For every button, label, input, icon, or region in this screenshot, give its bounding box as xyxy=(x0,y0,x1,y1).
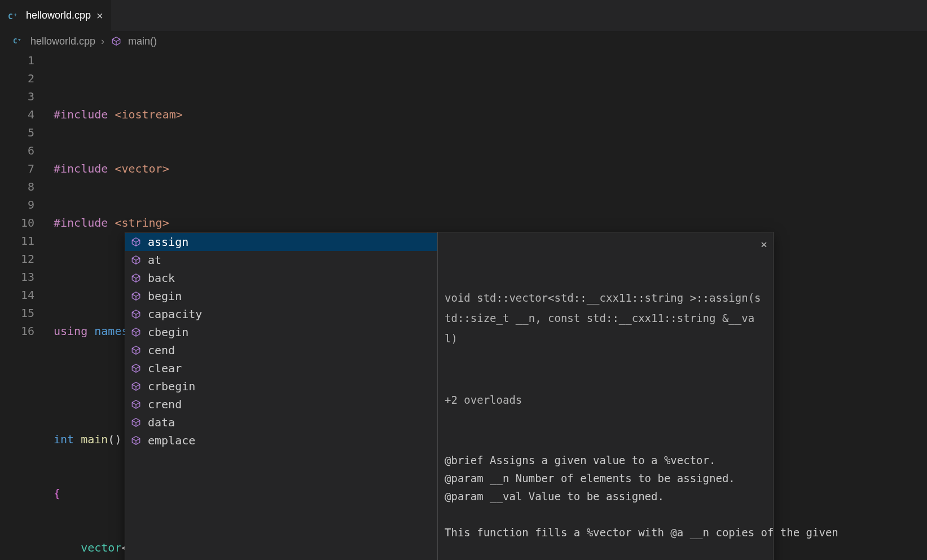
suggestion-label: assign xyxy=(148,233,188,251)
detail-signature: void std::vector<std::__cxx11::string >:… xyxy=(445,288,764,349)
suggestion-label: data xyxy=(148,413,175,431)
line-number: 8 xyxy=(0,178,34,196)
method-icon xyxy=(130,434,142,447)
suggestion-label: clear xyxy=(148,359,182,377)
suggestion-item-crbegin[interactable]: crbegin xyxy=(125,377,437,395)
detail-overloads: +2 overloads xyxy=(445,391,764,408)
suggestion-label: at xyxy=(148,251,161,269)
suggestion-label: cbegin xyxy=(148,323,188,341)
chevron-right-icon: › xyxy=(101,36,104,47)
method-icon xyxy=(130,236,142,248)
doc-line: @param __val Value to be assigned. xyxy=(445,487,764,505)
line-number: 16 xyxy=(0,322,34,340)
line-number: 13 xyxy=(0,268,34,286)
doc-line: @param __n Number of elements to be assi… xyxy=(445,469,764,487)
line-number: 11 xyxy=(0,232,34,250)
line-number: 1 xyxy=(0,51,34,69)
suggestion-item-clear[interactable]: clear xyxy=(125,359,437,377)
cpp-file-icon: C⁺ xyxy=(12,35,25,47)
cpp-file-icon: C⁺ xyxy=(8,10,20,22)
suggestion-item-cbegin[interactable]: cbegin xyxy=(125,323,437,341)
method-icon xyxy=(130,416,142,429)
line-number: 5 xyxy=(0,124,34,142)
suggestion-label: crbegin xyxy=(148,377,195,395)
suggestion-label: emplace xyxy=(148,431,195,449)
suggestion-item-emplace[interactable]: emplace xyxy=(125,431,437,449)
method-icon xyxy=(130,380,142,393)
method-icon xyxy=(130,290,142,302)
line-gutter: 12345678910111213141516 xyxy=(0,51,54,560)
editor[interactable]: 12345678910111213141516 #include <iostre… xyxy=(0,51,927,560)
close-icon[interactable]: × xyxy=(761,236,767,253)
suggestion-item-capacity[interactable]: capacity xyxy=(125,305,437,323)
method-icon xyxy=(130,326,142,338)
suggestion-item-cend[interactable]: cend xyxy=(125,341,437,359)
close-icon[interactable]: × xyxy=(96,10,103,21)
suggestion-label: begin xyxy=(148,287,182,305)
line-number: 6 xyxy=(0,142,34,160)
code-area[interactable]: #include <iostream> #include <vector> #i… xyxy=(54,51,927,560)
tab-bar: C⁺ helloworld.cpp × xyxy=(0,0,927,31)
suggestion-detail: × void std::vector<std::__cxx11::string … xyxy=(437,232,773,560)
suggestion-item-crend[interactable]: crend xyxy=(125,395,437,413)
method-icon xyxy=(130,254,142,266)
breadcrumb-file[interactable]: helloworld.cpp xyxy=(30,36,95,47)
line-number: 10 xyxy=(0,214,34,232)
method-icon xyxy=(130,344,142,356)
method-icon xyxy=(130,398,142,411)
method-icon xyxy=(110,35,122,47)
detail-doc: @brief Assigns a given value to a %vecto… xyxy=(445,451,764,541)
method-icon xyxy=(130,272,142,284)
line-number: 15 xyxy=(0,304,34,322)
breadcrumb: C⁺ helloworld.cpp › main() xyxy=(0,31,927,51)
suggestion-item-assign[interactable]: assign xyxy=(125,233,437,251)
doc-line xyxy=(445,505,764,523)
suggestion-item-data[interactable]: data xyxy=(125,413,437,431)
tab-helloworld[interactable]: C⁺ helloworld.cpp × xyxy=(0,0,112,31)
method-icon xyxy=(130,308,142,320)
tab-label: helloworld.cpp xyxy=(26,10,91,21)
suggestion-item-begin[interactable]: begin xyxy=(125,287,437,305)
svg-text:C⁺: C⁺ xyxy=(8,11,18,20)
svg-text:C⁺: C⁺ xyxy=(13,37,21,45)
line-number: 14 xyxy=(0,286,34,304)
breadcrumb-symbol[interactable]: main() xyxy=(128,36,157,47)
line-number: 2 xyxy=(0,69,34,87)
suggestion-label: crend xyxy=(148,395,182,413)
suggestion-item-back[interactable]: back xyxy=(125,269,437,287)
line-number: 9 xyxy=(0,196,34,214)
doc-line: @brief Assigns a given value to a %vecto… xyxy=(445,451,764,469)
line-number: 4 xyxy=(0,105,34,124)
intellisense-popup: assignatbackbegincapacitycbegincendclear… xyxy=(125,232,774,560)
suggestion-label: cend xyxy=(148,341,175,359)
doc-line: This function fills a %vector with @a __… xyxy=(445,523,764,541)
line-number: 7 xyxy=(0,160,34,178)
line-number: 12 xyxy=(0,250,34,268)
line-number: 3 xyxy=(0,87,34,105)
method-icon xyxy=(130,362,142,374)
suggestion-list[interactable]: assignatbackbegincapacitycbegincendclear… xyxy=(125,232,437,453)
suggestion-item-at[interactable]: at xyxy=(125,251,437,269)
suggestion-label: back xyxy=(148,269,175,287)
suggestion-label: capacity xyxy=(148,305,202,323)
